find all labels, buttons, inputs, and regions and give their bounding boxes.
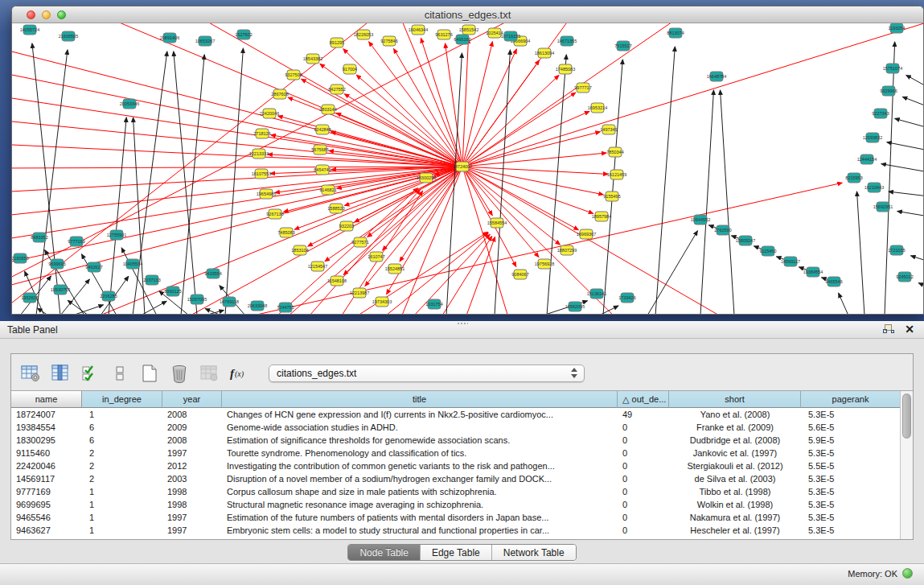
- table-row[interactable]: 946362711997Embryonic stem cells: a mode…: [11, 524, 913, 537]
- graph-edge[interactable]: [885, 42, 895, 314]
- graph-edge[interactable]: [12, 167, 462, 192]
- graph-edge[interactable]: [721, 90, 734, 314]
- column-header-name[interactable]: name: [11, 391, 82, 408]
- table-row[interactable]: 977716911998Corpus callosum shape and si…: [11, 485, 913, 498]
- graph-edge[interactable]: [881, 164, 923, 172]
- graph-edge[interactable]: [889, 192, 923, 196]
- table-cell: de Silva et al. (2003): [669, 472, 801, 485]
- graph-edge[interactable]: [462, 60, 540, 167]
- graph-edge[interactable]: [394, 49, 462, 167]
- table-selector-dropdown[interactable]: citations_edges.txt: [269, 365, 585, 382]
- column-header-title[interactable]: title: [222, 391, 618, 408]
- table-row[interactable]: 1456911722003Disruption of a novel membe…: [11, 472, 913, 485]
- show-columns-icon[interactable]: [49, 362, 72, 385]
- graph-edge[interactable]: [225, 48, 243, 314]
- graph-edge[interactable]: [897, 211, 923, 216]
- graph-edge[interactable]: [60, 279, 89, 314]
- table-row[interactable]: 946554611997Estimation of the future num…: [11, 511, 913, 524]
- graph-edge[interactable]: [902, 97, 923, 107]
- delete-table-icon[interactable]: [198, 362, 220, 385]
- network-canvas[interactable]: 1822605392758468912951854338293275082867…: [12, 23, 923, 314]
- network-view-window[interactable]: citations_edges.txt 18226053927584689129…: [11, 6, 924, 315]
- float-window-icon[interactable]: [883, 323, 895, 335]
- column-header-year[interactable]: year: [162, 391, 222, 408]
- delete-columns-icon[interactable]: [168, 362, 191, 385]
- graph-edge[interactable]: [462, 76, 559, 167]
- graph-edge[interactable]: [603, 60, 622, 314]
- graph-edge[interactable]: [462, 167, 608, 174]
- graph-edge[interactable]: [109, 117, 126, 314]
- graph-edge[interactable]: [446, 43, 462, 167]
- graph-edge[interactable]: [911, 256, 923, 262]
- table-row[interactable]: 1872400712008Changes of HCN gene express…: [11, 408, 913, 421]
- table-cell: Investigating the contribution of common…: [222, 459, 618, 472]
- graph-edge[interactable]: [462, 23, 923, 167]
- row-height-icon[interactable]: [109, 362, 131, 385]
- graph-edge[interactable]: [462, 167, 492, 216]
- graph-node-label: 9115460: [759, 249, 776, 253]
- column-header-short[interactable]: short: [669, 391, 801, 408]
- graph-edge[interactable]: [918, 283, 923, 287]
- table-row[interactable]: 1938455462009Genome-wide association stu…: [11, 421, 913, 434]
- graph-edge[interactable]: [599, 306, 618, 314]
- table-cell: 9465546: [11, 511, 82, 524]
- function-builder-icon[interactable]: f(x): [228, 362, 250, 385]
- table-cell: 2003: [162, 472, 222, 485]
- graph-edge[interactable]: [181, 55, 204, 314]
- graph-edge[interactable]: [344, 94, 462, 167]
- select-rows-icon[interactable]: [79, 362, 101, 385]
- graph-edge[interactable]: [895, 118, 923, 128]
- memory-status-indicator[interactable]: [902, 568, 913, 579]
- graph-edge[interactable]: [133, 117, 145, 314]
- graph-edge[interactable]: [462, 42, 492, 167]
- column-header-out_de[interactable]: △ out_de...: [618, 391, 669, 408]
- tab-edge-table[interactable]: Edge Table: [421, 545, 492, 560]
- window-titlebar[interactable]: citations_edges.txt: [12, 6, 923, 23]
- table-vertical-scrollbar[interactable]: [900, 391, 913, 539]
- graph-edge[interactable]: [700, 90, 713, 314]
- graph-edge[interactable]: [839, 293, 848, 314]
- graph-edge[interactable]: [462, 167, 603, 195]
- table-row[interactable]: 2242004622012Investigating the contribut…: [11, 459, 913, 472]
- graph-edge[interactable]: [462, 39, 468, 167]
- graph-edge[interactable]: [133, 51, 167, 314]
- graph-edge[interactable]: [495, 50, 510, 314]
- graph-edge[interactable]: [45, 250, 84, 314]
- graph-node-label: 2867608: [271, 92, 288, 97]
- close-panel-icon[interactable]: ✕: [905, 323, 914, 335]
- graph-edge[interactable]: [12, 72, 462, 167]
- graph-edge[interactable]: [647, 231, 697, 314]
- table-cell: 5.3E-5: [801, 485, 901, 498]
- graph-edge[interactable]: [442, 236, 492, 314]
- graph-edge[interactable]: [72, 305, 103, 314]
- graph-edge[interactable]: [887, 142, 923, 150]
- scrollbar-thumb[interactable]: [902, 393, 911, 439]
- graph-edge[interactable]: [343, 49, 462, 167]
- panel-resize-handle-icon[interactable]: [457, 322, 468, 325]
- graph-edge[interactable]: [68, 300, 88, 314]
- graph-node-label: 7515527: [614, 43, 631, 48]
- graph-edge[interactable]: [462, 23, 688, 167]
- table-options-icon[interactable]: [19, 362, 42, 385]
- graph-node-label: 9155495: [603, 194, 620, 199]
- graph-edge[interactable]: [906, 75, 923, 88]
- citation-network-graph[interactable]: 1822605392758468912951854338293275082867…: [12, 23, 923, 314]
- graph-edge[interactable]: [857, 192, 864, 314]
- table-row[interactable]: 1830029562008Estimation of significance …: [11, 434, 913, 447]
- graph-node-label: 8215953: [845, 175, 862, 180]
- graph-edge[interactable]: [253, 183, 842, 314]
- table-row[interactable]: 969969511998Structural magnetic resonanc…: [11, 498, 913, 511]
- graph-edge[interactable]: [12, 120, 462, 167]
- create-column-icon[interactable]: [138, 362, 161, 385]
- graph-edge[interactable]: [466, 237, 495, 314]
- table-selector-value: citations_edges.txt: [277, 368, 356, 379]
- column-header-in_degree[interactable]: in_degree: [82, 391, 162, 408]
- tab-network-table[interactable]: Network Table: [492, 545, 576, 560]
- table-cell: 0: [618, 459, 669, 472]
- graph-edge[interactable]: [462, 167, 560, 245]
- table-panel-header[interactable]: Table Panel ✕: [0, 321, 924, 339]
- tab-node-table[interactable]: Node Table: [348, 545, 421, 560]
- column-header-pagerank[interactable]: pagerank: [801, 391, 901, 408]
- table-row[interactable]: 911546021997Tourette syndrome. Phenomeno…: [11, 447, 913, 459]
- graph-edge[interactable]: [205, 310, 224, 314]
